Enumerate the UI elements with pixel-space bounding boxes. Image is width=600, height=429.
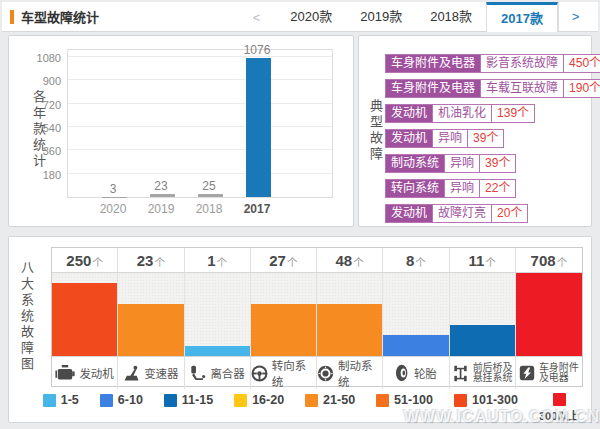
- legend-swatch: [43, 394, 56, 407]
- fault-name-tag: 异响: [444, 180, 479, 197]
- system-bar-轮胎: [383, 335, 448, 356]
- legend-swatch: [100, 394, 113, 407]
- eight-systems-panel: 八大系统故障图 250个23个1个27个48个8个11个708个 发动机变速器离…: [8, 236, 592, 423]
- fault-name-tag: 异响: [432, 130, 467, 147]
- icon-cell-发动机: 发动机: [52, 357, 118, 389]
- legend-swatch: [553, 393, 566, 406]
- bar-cell-车身附件及电器: [516, 273, 582, 356]
- y-tick-label: 720: [23, 99, 61, 111]
- typical-fault-row: 制动系统异响39个: [385, 154, 516, 173]
- gridline: [68, 103, 332, 104]
- tab-2017款[interactable]: 2017款: [486, 2, 558, 32]
- count-unit: 个: [217, 254, 228, 269]
- typical-fault-row: 车身附件及电器影音系统故障450个: [385, 54, 600, 73]
- count-number: 708: [531, 252, 556, 269]
- count-number: 250: [66, 252, 91, 269]
- steering-icon: [251, 365, 268, 382]
- icon-cell-离合器: 离合器: [185, 357, 251, 389]
- typical-fault-row: 发动机机油乳化139个: [385, 104, 535, 123]
- fault-count: 450个: [563, 55, 600, 72]
- x-axis-label-2018: 2018: [187, 202, 231, 216]
- systems-count-row: 250个23个1个27个48个8个11个708个: [52, 248, 582, 273]
- legend-item-101-300: 101-300: [454, 393, 518, 407]
- system-bar-前后桥及悬挂系统: [450, 325, 515, 356]
- legend-item-21-50: 21-50: [305, 393, 355, 407]
- tab-2018款[interactable]: 2018款: [416, 2, 486, 32]
- tab-strip: < 2020款2019款2018款2017款 >: [253, 2, 592, 32]
- count-cell-离合器: 1个: [185, 248, 251, 272]
- legend-label: 16-20: [252, 393, 284, 407]
- typical-fault-row: 发动机故障灯亮20个: [385, 204, 528, 223]
- typical-fault-row: 转向系统异响22个: [385, 179, 516, 198]
- system-label: 变速器: [144, 365, 179, 381]
- tire-icon: [395, 364, 410, 382]
- legend-item-300以上: 300以上: [539, 393, 579, 423]
- gridline: [68, 173, 332, 174]
- fault-count: 20个: [491, 205, 527, 222]
- legend-swatch: [305, 394, 318, 407]
- system-bar-制动系统: [317, 304, 382, 356]
- system-label: 前后桥及悬挂系统: [473, 363, 513, 384]
- fault-name-tag: 机油乳化: [432, 105, 491, 122]
- yearly-bar-2019: [150, 194, 175, 197]
- bar-value-label: 25: [187, 179, 231, 193]
- bar-cell-转向系统: [251, 273, 317, 356]
- fault-system-tag: 车身附件及电器: [386, 55, 480, 72]
- legend-label: 11-15: [182, 393, 213, 407]
- bar-cell-离合器: [185, 273, 251, 356]
- legend-swatch: [454, 394, 467, 407]
- fault-system-tag: 制动系统: [386, 155, 444, 172]
- system-bar-转向系统: [251, 304, 316, 356]
- count-unit: 个: [92, 254, 103, 269]
- bar-value-label: 23: [139, 179, 183, 193]
- yearly-chart-plot: [67, 49, 333, 198]
- system-bar-离合器: [185, 346, 250, 356]
- fault-system-tag: 车身附件及电器: [386, 80, 480, 97]
- typical-fault-row: 车身附件及电器车载互联故障190个: [385, 79, 600, 98]
- count-unit: 个: [287, 254, 298, 269]
- system-bar-变速器: [118, 304, 183, 356]
- system-label: 车身附件及电器: [539, 363, 579, 384]
- system-bar-发动机: [52, 283, 117, 356]
- fault-count: 39个: [479, 155, 515, 172]
- system-label: 制动系统: [338, 357, 382, 389]
- legend-item-16-20: 16-20: [234, 393, 284, 407]
- systems-legend: 1-56-1011-1516-2021-5051-100101-300300以上: [39, 393, 583, 423]
- prev-arrow-icon[interactable]: <: [253, 10, 261, 25]
- bar-cell-轮胎: [383, 273, 449, 356]
- legend-item-1-5: 1-5: [43, 393, 79, 407]
- legend-label: 300以上: [539, 407, 579, 423]
- fault-count: 139个: [491, 105, 534, 122]
- yearly-chart-panel: 各年款统计 1803605407209001080320202320192520…: [8, 35, 354, 227]
- count-unit: 个: [485, 254, 496, 269]
- electrics-icon: [519, 365, 535, 381]
- fault-name-tag: 车载互联故障: [480, 80, 563, 97]
- systems-icon-row: 发动机变速器离合器转向系统制动系统轮胎前后桥及悬挂系统车身附件及电器: [52, 356, 582, 386]
- fault-system-tag: 转向系统: [386, 180, 444, 197]
- count-cell-发动机: 250个: [52, 248, 118, 272]
- icon-cell-变速器: 变速器: [118, 357, 184, 389]
- system-label: 转向系统: [272, 357, 316, 389]
- fault-name-tag: 故障灯亮: [432, 205, 491, 222]
- system-label: 离合器: [210, 365, 245, 381]
- engine-icon: [55, 365, 75, 381]
- y-tick-label: 360: [23, 145, 61, 157]
- y-tick-label: 1080: [23, 52, 61, 64]
- tab-2019款[interactable]: 2019款: [346, 2, 416, 32]
- axle-icon: [452, 365, 469, 382]
- tab-2020款[interactable]: 2020款: [276, 2, 346, 32]
- count-unit: 个: [154, 254, 165, 269]
- fault-system-tag: 发动机: [386, 205, 432, 222]
- clutch-icon: [189, 365, 206, 382]
- next-arrow-icon[interactable]: >: [558, 2, 592, 32]
- fault-name-tag: 影音系统故障: [480, 55, 563, 72]
- count-number: 8: [406, 252, 414, 269]
- legend-label: 21-50: [323, 393, 355, 407]
- bar-value-label: 1076: [235, 43, 279, 57]
- yearly-bar-2018: [198, 194, 223, 197]
- icon-cell-车身附件及电器: 车身附件及电器: [516, 357, 582, 389]
- count-cell-制动系统: 48个: [317, 248, 383, 272]
- system-label: 轮胎: [414, 365, 437, 381]
- legend-label: 51-100: [394, 393, 433, 407]
- typical-faults-panel: 典型故障 车身附件及电器影音系统故障450个车身附件及电器车载互联故障190个发…: [358, 35, 592, 227]
